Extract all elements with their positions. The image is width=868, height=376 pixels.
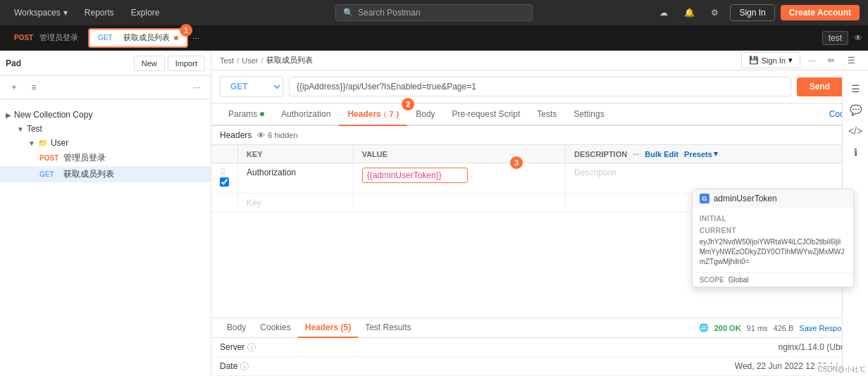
new-button[interactable]: New [134,56,165,71]
tab-params[interactable]: Params [220,104,273,126]
chevron-down-test-icon: ▼ [17,125,24,133]
bottom-section: Body Cookies Headers (5) Test Results 🌐 … [211,318,868,376]
create-account-button[interactable]: Create Account [781,5,860,20]
sign-in-button[interactable]: Sign In [730,4,774,21]
workspaces-menu[interactable]: Workspaces ▾ [8,5,73,20]
breadcrumb-test[interactable]: Test [220,56,234,65]
save-dropdown-arrow[interactable]: ▾ [788,56,793,65]
sidebar-item-post-login[interactable]: POST 管理员登录 [0,150,211,166]
method-select[interactable]: GET POST PUT DELETE [220,76,283,97]
tab-tests[interactable]: Tests [528,104,565,126]
method-badge-post-login: POST [39,154,61,162]
tabs-bar: POST 管理员登录 GET 获取成员列表 1 ··· test 👁 [0,25,868,51]
autocomplete-popup: G adminUserToken INITIAL CURRENT eyJhY2N… [692,189,854,287]
tab-tests-label: Tests [537,109,557,119]
top-nav: Workspaces ▾ Reports Explore 🔍 Search Po… [0,0,868,25]
tab-pre-request[interactable]: Pre-request Script [444,104,529,126]
current-value: eyJhY2NvdW50IjoiYWRtaW4iLCJOb2tlbiI6Ijli… [693,236,853,268]
tabs-ellipsis[interactable]: ··· [192,33,199,43]
sidebar-item-collection-copy[interactable]: ▶ New Collection Copy [0,108,211,122]
tab-right: test 👁 [822,31,862,45]
key-col-label: KEY [247,150,263,158]
resp-tab-body[interactable]: Body [220,318,253,338]
edit-btn[interactable]: ✏ [823,52,840,69]
date-info-icon[interactable]: i [240,362,249,370]
explore-link[interactable]: Explore [125,5,166,20]
reports-link[interactable]: Reports [79,5,120,20]
import-button[interactable]: Import [168,56,205,71]
status-ok: 200 OK [714,324,741,332]
scope-value: Global [728,276,749,284]
th-actions: DESCRIPTION ··· Bulk Edit Presets ▾ [574,149,834,158]
new-row-value[interactable] [353,194,565,213]
desc-more-icon[interactable]: ··· [633,150,639,158]
cloud-icon-btn[interactable]: ☁ [654,3,674,23]
eye-icon-nav[interactable]: 👁 [854,33,862,43]
sidebar-item-get-members[interactable]: GET 获取成员列表 [0,166,211,182]
resp-tab-headers[interactable]: Headers (5) [298,318,358,338]
tab-authorization[interactable]: Authorization [273,104,339,126]
resp-tab-cookies[interactable]: Cookies [253,318,297,338]
sidebar-content: ▶ New Collection Copy ▼ Test ▼ 📁 User PO… [0,102,211,376]
csdn-watermark: CSDN@小社℃ [815,363,869,376]
url-bar: GET POST PUT DELETE Send ▾ [211,70,868,104]
new-row-key[interactable]: Key [238,194,354,213]
row-key-cell[interactable]: Authorization [238,163,354,194]
drag-icon: ⠿ [220,168,226,177]
row-checkbox[interactable] [220,177,229,187]
tab-headers[interactable]: Headers (7) 2 [339,104,407,126]
presets-btn[interactable]: Presets ▾ [684,149,718,158]
save-button[interactable]: 💾 Sign In ▾ [741,52,800,68]
tab-item-0[interactable]: POST 管理员登录 [6,28,87,48]
sidebar-more-btn[interactable]: ··· [188,79,205,96]
th-checkbox [211,145,238,163]
breadcrumb: Test / User / 获取成员列表 💾 Sign In ▾ ··· ✏ ☰ [211,51,868,70]
headers-section: Headers 👁 6 hidden KEY VALUE [211,126,868,376]
settings-icon-btn[interactable]: ⚙ [705,3,724,23]
chevron-down-user-icon: ▼ [28,139,35,147]
presets-arrow: ▾ [714,149,718,158]
autocomplete-suggestion-row[interactable]: G adminUserToken [693,189,853,208]
view-btn[interactable]: ☰ [843,52,860,69]
resp-tab-test-results[interactable]: Test Results [358,318,418,338]
folder-icon: 📁 [38,139,48,148]
server-info-icon[interactable]: i [247,343,256,351]
user-folder-label: User [51,138,68,148]
hidden-count: 6 hidden [268,131,297,139]
tab-params-label: Params [228,109,257,119]
right-icon-1[interactable]: ☰ [845,79,865,99]
right-icon-3[interactable]: </> [845,121,865,141]
search-icon: 🔍 [343,8,354,18]
sidebar-item-test-folder[interactable]: ▼ Test [0,122,211,136]
row-value: {{adminUserToken}} [367,170,442,180]
row-value-cell[interactable]: {{adminUserToken}} 3 G adminUserToken [353,163,565,194]
filter-btn[interactable]: ≡ [25,79,42,96]
sidebar-tools: + ≡ ··· [0,76,211,99]
send-button[interactable]: Send [797,77,843,96]
bell-icon-btn[interactable]: 🔔 [679,3,699,23]
add-collection-btn[interactable]: + [6,79,23,96]
presets-label: Presets [684,150,712,158]
bulk-edit-btn[interactable]: Bulk Edit [645,150,678,158]
tab-headers-label: Headers [347,109,380,119]
env-selector[interactable]: test [822,31,848,45]
right-icon-2[interactable]: 💬 [845,100,865,120]
sidebar-item-user-folder[interactable]: ▼ 📁 User [0,136,211,150]
chevron-right-icon: ▶ [6,111,11,119]
right-icon-4[interactable]: ℹ [845,142,865,162]
tab-settings[interactable]: Settings [565,104,612,126]
search-bar[interactable]: 🔍 Search Postman [335,4,533,21]
more-options-btn[interactable]: ··· [803,52,820,69]
tab-pre-request-label: Pre-request Script [452,109,521,119]
tab-method-get-1: GET [98,34,119,42]
response-tabs: Body Cookies Headers (5) Test Results 🌐 … [211,318,868,338]
hidden-badge: 👁 6 hidden [257,131,297,139]
url-input[interactable] [289,77,791,96]
tab-settings-label: Settings [574,109,604,119]
breadcrumb-user[interactable]: User [242,56,258,65]
nav-right: ☁ 🔔 ⚙ Sign In Create Account [654,3,860,23]
right-panel: Test / User / 获取成员列表 💾 Sign In ▾ ··· ✏ ☰… [211,51,868,376]
breadcrumb-sep-1: / [237,56,239,65]
tab-item-1[interactable]: GET 获取成员列表 1 [88,28,188,48]
save-icon: 💾 [749,56,759,65]
